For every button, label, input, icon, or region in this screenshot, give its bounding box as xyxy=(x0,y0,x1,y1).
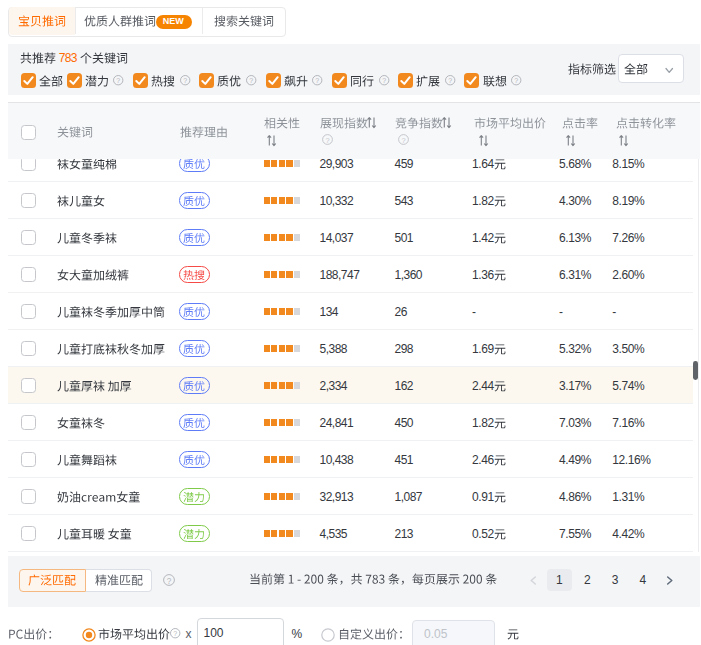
svg-text:?: ? xyxy=(249,78,253,86)
svg-text:?: ? xyxy=(183,78,187,86)
svg-text:?: ? xyxy=(167,577,172,586)
svg-text:?: ? xyxy=(382,78,386,86)
svg-text:?: ? xyxy=(514,78,518,86)
svg-text:?: ? xyxy=(401,135,405,144)
svg-text:?: ? xyxy=(326,135,330,144)
svg-text:?: ? xyxy=(448,78,452,86)
svg-text:?: ? xyxy=(117,78,121,86)
svg-text:?: ? xyxy=(174,630,178,638)
svg-text:?: ? xyxy=(316,78,320,86)
